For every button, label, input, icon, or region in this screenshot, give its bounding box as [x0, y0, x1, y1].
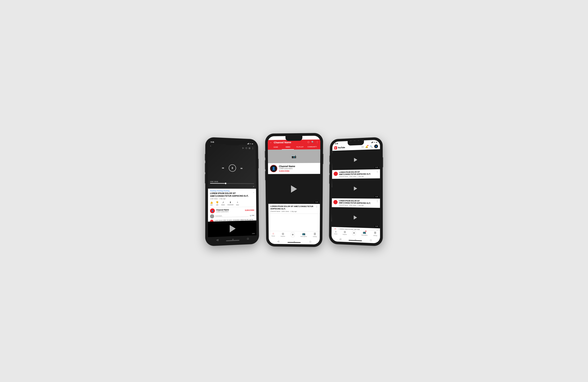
- fullscreen-icon[interactable]: ⤢: [253, 186, 254, 187]
- volume-down-button: [205, 174, 206, 183]
- video-meta: 2,5M views · 1 day ago: [210, 198, 254, 200]
- title-row: LOREM IPSUM DOLOR SIT AMET,CONSECTETUR A…: [210, 192, 254, 198]
- back-arrow-icon[interactable]: ˅: [210, 145, 211, 148]
- play-icon: [354, 186, 357, 190]
- phone-1: 9:45 ▲ ▬ ˅: [206, 137, 259, 246]
- video-text: LOREM IPSUM DOLOR SIT AMET,CONSECTETUR A…: [270, 205, 315, 212]
- camera-icon: 📷: [291, 154, 296, 159]
- cast-icon[interactable]: ⬡: [362, 145, 364, 148]
- scene: 9:45 ▲ ▬ ˅: [178, 124, 410, 258]
- more-options-icon[interactable]: ⋮: [315, 205, 318, 208]
- share-label: Share: [221, 204, 225, 206]
- tab-community[interactable]: COMMUNITY: [306, 144, 318, 149]
- share-button[interactable]: ↗ Share: [221, 201, 225, 206]
- back-nav-button[interactable]: ◁: [277, 240, 279, 243]
- more-options-icon[interactable]: ⋮: [316, 141, 318, 143]
- nav-add[interactable]: +: [352, 231, 356, 236]
- silent-button: [265, 151, 266, 158]
- channel-avatar[interactable]: 👤: [210, 208, 215, 213]
- nav-library[interactable]: ☰ Library: [313, 232, 317, 237]
- video-card-3: 5.45 LOREM IPSUM DOLOR SIT AMET,CONSECTE…: [332, 207, 380, 230]
- progress-handle[interactable]: [225, 183, 226, 184]
- overview-nav-button[interactable]: □: [370, 239, 372, 242]
- battery-icon: ▬: [316, 137, 318, 139]
- comment-input[interactable]: [215, 214, 249, 217]
- cast-icon[interactable]: ⬡: [307, 141, 309, 143]
- download-label: Download: [228, 204, 233, 205]
- video-player[interactable]: ˅ ▷ ⬡ ⊡ ⋮ ⏮ ⏸ ⏭: [208, 143, 256, 189]
- library-icon: ☰: [314, 232, 316, 236]
- wifi-icon: ▲: [250, 143, 251, 144]
- phone-2-screen: 9:45 ▲ ▬ ←: [268, 136, 320, 244]
- more-options-icon[interactable]: ⋮: [376, 171, 378, 177]
- back-nav-button[interactable]: ◁: [339, 238, 341, 241]
- channel-avatar[interactable]: 👤: [270, 165, 277, 172]
- nav-home[interactable]: ⌂ Home: [334, 230, 337, 235]
- power-button: [323, 154, 323, 164]
- save-button[interactable]: ＋ Save: [236, 201, 239, 206]
- pause-button[interactable]: ⏸: [229, 164, 236, 172]
- video-title: LOREM IPSUM DOLOR SIT AMET,CONSECTETUR A…: [270, 205, 315, 210]
- cast-icon[interactable]: ⬡: [246, 147, 247, 149]
- overview-nav-button[interactable]: □: [247, 237, 249, 240]
- video-duration: 5.45: [375, 225, 378, 227]
- overview-nav-button[interactable]: □: [310, 240, 311, 243]
- user-avatar[interactable]: 👤: [374, 144, 378, 148]
- avatar-icon: 👤: [272, 167, 275, 170]
- channel-header: ← Channel Name ⬡ 🔍 ⋮ HOME VIDEO PLAYLIST…: [268, 140, 320, 150]
- nav-subscriptions[interactable]: 📺 Subcription: [361, 231, 368, 236]
- download-button[interactable]: ⬇ Download: [228, 201, 233, 206]
- nav-add[interactable]: +: [291, 232, 295, 237]
- captions-icon[interactable]: ⊡: [249, 147, 250, 149]
- channel-section: 👤 Channel Name 2,85M subscribers SUBSCRI…: [210, 208, 254, 213]
- suggested-video[interactable]: 5.45: [208, 221, 256, 237]
- tab-home[interactable]: HOME: [270, 145, 282, 150]
- progress-bar[interactable]: [210, 183, 254, 184]
- nav-explore[interactable]: ◎ Explore: [343, 230, 347, 235]
- back-button[interactable]: ←: [270, 141, 272, 144]
- nav-library[interactable]: ☰ Library: [373, 231, 377, 236]
- p1-content: 9:45 ▲ ▬ ˅: [208, 140, 256, 243]
- skip-back-icon[interactable]: ⏮: [222, 167, 224, 169]
- video-controls-top: ˅ ▷ ⬡ ⊡ ⋮: [208, 145, 256, 150]
- tab-video[interactable]: VIDEO: [282, 145, 294, 149]
- channel-info-section: 👤 Channel Name 2,85M subscribers SUBSCRI…: [268, 163, 320, 174]
- tab-playlist[interactable]: PLAYLIST: [294, 145, 306, 149]
- play-icon[interactable]: ▷: [242, 147, 244, 149]
- channel-avatar[interactable]: [333, 200, 337, 204]
- subscribe-button[interactable]: SUBSCRIBE: [245, 209, 254, 211]
- nav-explore[interactable]: ◎ Explore: [281, 232, 285, 237]
- home-indicator: [288, 242, 301, 243]
- phone-3: 9:45 ▲ ▬ ▶: [329, 137, 383, 246]
- nav-subscriptions[interactable]: 📺 Subcription: [300, 232, 307, 237]
- like-button[interactable]: 👍 32K: [210, 201, 213, 206]
- status-time: 9:45: [211, 141, 214, 143]
- nav-home[interactable]: ⌂ Home: [272, 232, 275, 237]
- power-button: [382, 157, 383, 167]
- android-nav-bar: ◁ ○ □: [269, 239, 320, 244]
- channel-name[interactable]: Channel Name: [279, 165, 318, 168]
- download-icon: ⬇: [230, 201, 231, 204]
- progress-bar-container[interactable]: 2:50 / 15:02: [210, 181, 254, 184]
- skip-forward-icon[interactable]: ⏭: [240, 167, 243, 170]
- save-label: Save: [236, 204, 239, 206]
- search-icon[interactable]: 🔍: [370, 145, 373, 148]
- dislike-button[interactable]: 👎 186: [216, 201, 219, 206]
- notifications-icon[interactable]: 🔔: [365, 145, 368, 148]
- subscribe-button[interactable]: SUBSCRIBE: [279, 170, 318, 172]
- library-label: Library: [313, 236, 317, 237]
- youtube-logo-icon[interactable]: ▶: [334, 146, 337, 149]
- video-info-1: LOREM IPSUM DOLOR SIT AMET,CONSECTETUR A…: [332, 169, 380, 179]
- featured-video-player[interactable]: 5.45: [268, 174, 320, 204]
- video-thumbnail-1[interactable]: 5.45: [332, 149, 380, 170]
- back-nav-button[interactable]: ◁: [216, 239, 218, 241]
- search-icon[interactable]: 🔍: [311, 141, 314, 143]
- video-thumbnail-2[interactable]: 5.45: [332, 178, 380, 199]
- more-options-icon[interactable]: ⋮: [252, 147, 254, 149]
- channel-avatar[interactable]: [334, 172, 338, 176]
- progress-fill: [210, 183, 225, 184]
- more-options-icon[interactable]: ⋮: [376, 200, 378, 206]
- save-icon: ＋: [236, 201, 239, 204]
- video-thumbnail-3[interactable]: 5.45: [332, 207, 380, 228]
- expand-icon[interactable]: ˅: [253, 192, 254, 195]
